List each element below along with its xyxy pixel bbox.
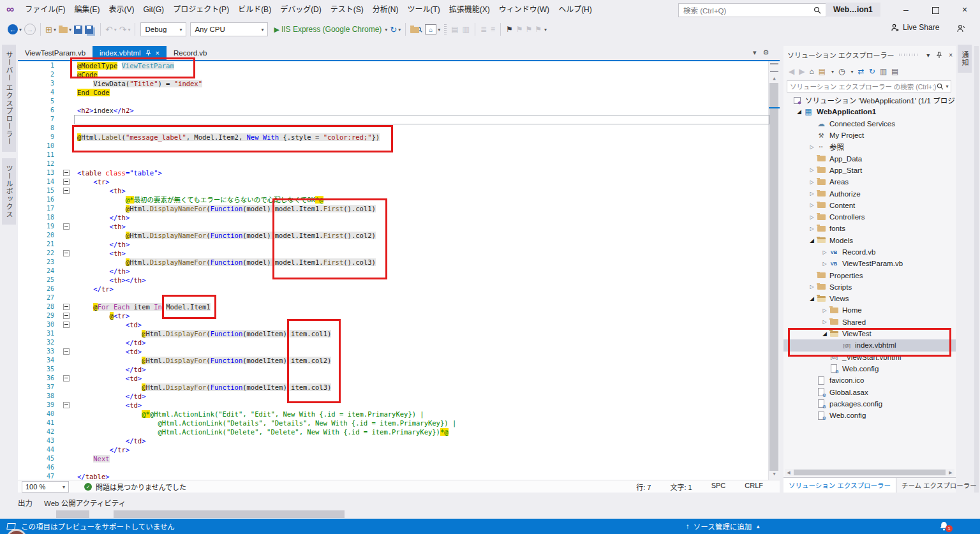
toggle-bookmark-button[interactable]: ⚑ bbox=[506, 25, 513, 34]
zoom-level-dropdown[interactable]: 100 %▾ bbox=[22, 481, 69, 493]
fold-collapse-icon[interactable] bbox=[63, 322, 70, 328]
expander-closed-icon[interactable]: ▷ bbox=[808, 144, 816, 150]
tree-item[interactable]: ▷Home bbox=[783, 304, 956, 316]
increase-indent-button[interactable]: ≡ bbox=[491, 25, 495, 34]
tree-item[interactable]: Global.asax bbox=[783, 386, 956, 397]
fold-collapse-icon[interactable] bbox=[63, 375, 70, 382]
fold-collapse-icon[interactable] bbox=[63, 304, 70, 310]
pin-icon[interactable] bbox=[936, 52, 942, 59]
expander-closed-icon[interactable]: ▷ bbox=[820, 249, 829, 255]
panel-tab[interactable]: ソリューション エクスプローラー bbox=[783, 478, 896, 493]
scroll-down-icon[interactable]: ▼ bbox=[769, 470, 780, 478]
tree-item[interactable]: ▷fonts bbox=[783, 223, 956, 234]
fold-collapse-icon[interactable] bbox=[63, 250, 70, 256]
tree-item[interactable]: ◢Views bbox=[783, 293, 956, 304]
undo-button[interactable]: ↶▾ bbox=[105, 22, 117, 36]
solution-explorer-search-input[interactable]: ソリューション エクスプローラー の検索 (Ctrl+;) ▾ bbox=[787, 80, 951, 93]
minimize-button[interactable]: – bbox=[892, 0, 920, 19]
close-window-button[interactable]: × bbox=[951, 0, 979, 19]
split-window-handle[interactable] bbox=[770, 63, 778, 72]
close-panel-icon[interactable]: × bbox=[949, 52, 953, 59]
feedback-button[interactable] bbox=[956, 24, 965, 33]
menu-item[interactable]: ファイル(F) bbox=[20, 0, 70, 19]
document-tab[interactable]: Record.vb bbox=[167, 46, 214, 60]
tree-item[interactable]: Properties bbox=[783, 269, 956, 281]
clear-bookmarks-button[interactable]: ⚑ bbox=[535, 25, 542, 34]
expander-closed-icon[interactable]: ▷ bbox=[808, 226, 816, 232]
code-editor[interactable]: 1@ModelType ViewTestParam2@Code3 ViewDat… bbox=[18, 61, 780, 480]
previous-bookmark-button[interactable]: ⚑ bbox=[516, 25, 523, 34]
menu-item[interactable]: ビルド(B) bbox=[234, 0, 276, 19]
comment-button[interactable]: ▥ bbox=[463, 25, 470, 34]
tree-item[interactable]: App_Data bbox=[783, 152, 956, 164]
menu-item[interactable]: ウィンドウ(W) bbox=[494, 0, 554, 19]
tool-window-tab[interactable]: サーバー エクスプローラー bbox=[2, 45, 16, 152]
browse-with-button[interactable]: ⌂▾ bbox=[425, 22, 440, 36]
se-forward-button[interactable]: ▶ bbox=[799, 67, 805, 76]
redo-button[interactable]: ↷▾ bbox=[119, 22, 131, 36]
space-mode-indicator[interactable]: SPC bbox=[711, 482, 726, 492]
tree-item[interactable]: ▷▪▪参照 bbox=[783, 141, 956, 152]
tool-window-tab[interactable]: ツールボックス bbox=[2, 158, 16, 225]
expander-closed-icon[interactable]: ▷ bbox=[808, 167, 816, 173]
fold-collapse-icon[interactable] bbox=[63, 170, 70, 176]
document-tab[interactable]: index.vbhtml× bbox=[93, 46, 167, 60]
back-dropdown-icon[interactable]: ▾ bbox=[19, 27, 22, 33]
scroll-right-icon[interactable]: ▶ bbox=[947, 470, 954, 475]
refresh-button[interactable]: ↻▾ bbox=[390, 22, 401, 36]
quick-search-input[interactable]: 検索 (Ctrl+Q) bbox=[678, 3, 826, 17]
tree-item[interactable]: ▷App_Start bbox=[783, 165, 956, 176]
solution-platform-dropdown[interactable]: Any CPU▾ bbox=[190, 22, 268, 36]
decrease-indent-button[interactable]: ≣ bbox=[480, 25, 487, 34]
navigate-back-button[interactable]: ← bbox=[8, 24, 18, 34]
new-project-button[interactable]: ⊞▾ bbox=[45, 22, 56, 36]
active-files-dropdown-icon[interactable]: ▾ bbox=[753, 48, 757, 57]
scroll-left-icon[interactable]: ◀ bbox=[785, 470, 792, 475]
menu-item[interactable]: 編集(E) bbox=[70, 0, 104, 19]
start-debugging-button[interactable]: ▶IIS Express (Google Chrome)▾ bbox=[274, 22, 387, 36]
match-brace-button[interactable]: ▤ bbox=[451, 25, 458, 34]
close-icon[interactable]: × bbox=[156, 50, 160, 56]
tree-item[interactable]: ▷Shared bbox=[783, 316, 956, 328]
se-home-button[interactable]: ⌂ bbox=[809, 67, 813, 76]
menu-item[interactable]: ヘルプ(H) bbox=[554, 0, 597, 19]
expander-open-icon[interactable]: ◢ bbox=[808, 237, 816, 244]
se-refresh-button[interactable]: ↻ bbox=[869, 67, 875, 76]
expander-closed-icon[interactable]: ▷ bbox=[820, 308, 829, 313]
menu-item[interactable]: 表示(V) bbox=[104, 0, 138, 19]
toolbar-overflow-icon[interactable]: ▾ bbox=[544, 27, 547, 33]
open-file-button[interactable]: ▾ bbox=[59, 22, 71, 36]
bottom-panel-tab[interactable]: 出力 bbox=[18, 498, 33, 508]
maximize-button[interactable] bbox=[921, 0, 949, 19]
expander-closed-icon[interactable]: ▷ bbox=[808, 202, 816, 208]
expander-closed-icon[interactable]: ▷ bbox=[808, 284, 816, 290]
panel-menu-chevron-icon[interactable]: ▾ bbox=[926, 52, 930, 59]
tree-item[interactable]: ▷VBViewTestParam.vb bbox=[783, 258, 956, 269]
tree-item[interactable]: ◢▦WebApplication1 bbox=[783, 106, 956, 117]
tree-item[interactable]: Web.config bbox=[783, 410, 956, 421]
se-horizontal-scrollbar[interactable]: ◀ ▶ bbox=[785, 469, 954, 476]
expander-open-icon[interactable]: ◢ bbox=[795, 108, 803, 115]
solution-explorer-title-bar[interactable]: ソリューション エクスプローラー ▾ × bbox=[783, 47, 956, 63]
switch-views-button[interactable]: ▤ bbox=[819, 67, 826, 76]
tree-item[interactable]: ソリューション 'WebApplication1' (1/1 プロジェクト) bbox=[783, 94, 956, 106]
tool-window-tab[interactable]: 通知 bbox=[958, 45, 972, 73]
next-bookmark-button[interactable]: ⚑ bbox=[526, 25, 533, 34]
solution-configuration-dropdown[interactable]: Debug▾ bbox=[140, 22, 186, 36]
tree-item[interactable]: Web.config bbox=[783, 363, 956, 375]
tree-item[interactable]: ⚒My Project bbox=[783, 130, 956, 141]
fold-collapse-icon[interactable] bbox=[63, 402, 70, 408]
tree-item[interactable]: packages.config bbox=[783, 398, 956, 410]
save-button[interactable] bbox=[74, 22, 82, 36]
tree-item[interactable]: ◢Models bbox=[783, 235, 956, 246]
tree-item[interactable]: ☁Connected Services bbox=[783, 118, 956, 130]
tree-item[interactable]: [@]_ViewStart.vbhtml bbox=[783, 352, 956, 363]
panel-tab[interactable]: チーム エクスプローラー bbox=[896, 478, 980, 493]
tree-item[interactable]: favicon.ico bbox=[783, 375, 956, 386]
tree-item[interactable]: ▷Authorize bbox=[783, 188, 956, 199]
line-ending-indicator[interactable]: CRLF bbox=[745, 482, 763, 492]
expander-open-icon[interactable]: ◢ bbox=[808, 295, 816, 302]
menu-item[interactable]: 拡張機能(X) bbox=[445, 0, 494, 19]
window-options-gear-icon[interactable]: ⚙ bbox=[763, 48, 769, 57]
scrollbar-thumb[interactable] bbox=[769, 83, 778, 471]
